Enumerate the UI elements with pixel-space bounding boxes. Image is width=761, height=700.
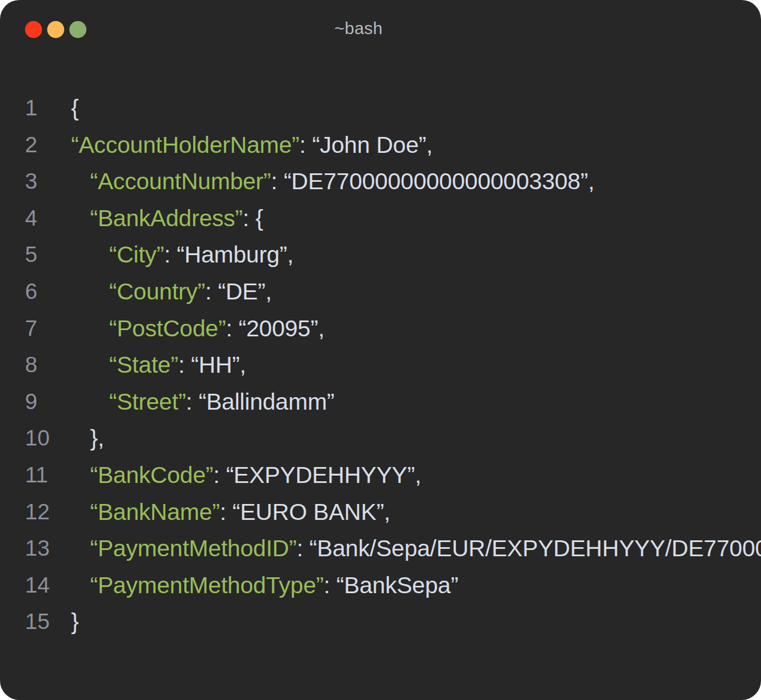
code-text: “PaymentMethodType”: “BankSepa” — [90, 567, 459, 604]
line-number: 8 — [25, 347, 71, 384]
code-line: 7“PostCode”: “20095”, — [0, 310, 761, 347]
line-number: 7 — [25, 310, 71, 347]
json-key: “State” — [109, 352, 178, 378]
code-text: “BankAddress”: { — [90, 200, 263, 237]
code-text: “PostCode”: “20095”, — [109, 310, 325, 347]
line-number: 3 — [25, 163, 71, 200]
line-number: 9 — [25, 384, 71, 420]
json-key: “PaymentMethodType” — [90, 572, 324, 598]
code-text: “AccountHolderName”: “John Doe”, — [71, 127, 433, 164]
code-text: } — [71, 603, 79, 640]
code-text: “Country”: “DE”, — [109, 273, 272, 310]
titlebar: ~bash — [0, 0, 761, 57]
json-value: : “DE”, — [205, 278, 272, 305]
code-text: “BankCode”: “EXPYDEHHYYY”, — [90, 457, 422, 494]
line-number: 11 — [25, 457, 71, 494]
minimize-button[interactable] — [47, 21, 64, 38]
window-controls — [25, 21, 86, 38]
code-line: 10}, — [0, 420, 761, 457]
json-value: } — [71, 609, 79, 635]
code-text: “City”: “Hamburg”, — [109, 236, 293, 273]
code-line: 4“BankAddress”: { — [0, 200, 761, 237]
json-key: “PostCode” — [109, 315, 226, 341]
code-text: “Street”: “Ballindamm” — [109, 384, 335, 420]
line-number: 1 — [25, 90, 71, 127]
json-key: “AccountNumber” — [90, 168, 271, 194]
json-value: : “John Doe”, — [300, 132, 433, 158]
json-key: “BankAddress” — [90, 205, 243, 231]
line-number: 4 — [25, 200, 71, 237]
terminal-output: 1{2“AccountHolderName”: “John Doe”,3“Acc… — [0, 90, 761, 640]
code-line: 15} — [0, 603, 761, 640]
json-value: : { — [243, 205, 263, 231]
json-value: : “DE77000000000000003308”, — [271, 168, 594, 194]
code-line: 9“Street”: “Ballindamm” — [0, 384, 761, 420]
json-value: : “EXPYDEHHYYY”, — [213, 462, 421, 488]
json-value: : “Hamburg”, — [164, 241, 294, 268]
json-key: “BankName” — [90, 499, 220, 525]
line-number: 13 — [25, 530, 71, 567]
code-line: 12“BankName”: “EURO BANK”, — [0, 494, 761, 531]
line-number: 12 — [25, 494, 71, 531]
code-line: 6“Country”: “DE”, — [0, 273, 761, 310]
code-line: 1{ — [0, 90, 761, 127]
json-key: “AccountHolderName” — [71, 132, 300, 158]
code-text: “PaymentMethodID”: “Bank/Sepa/EUR/EXPYDE… — [90, 530, 761, 567]
terminal-window: ~bash 1{2“AccountHolderName”: “John Doe”… — [0, 0, 761, 700]
code-text: “State”: “HH”, — [109, 347, 246, 384]
json-value: }, — [90, 425, 105, 451]
json-key: “City” — [109, 241, 164, 268]
json-value: { — [71, 95, 79, 121]
line-number: 6 — [25, 273, 71, 310]
code-line: 13“PaymentMethodID”: “Bank/Sepa/EUR/EXPY… — [0, 530, 761, 567]
json-value: : “Bank/Sepa/EUR/EXPYDEHHYYY/DE770000 — [297, 535, 761, 561]
code-text: { — [71, 90, 79, 127]
json-key: “Street” — [109, 389, 186, 415]
code-line: 3“AccountNumber”: “DE7700000000000000330… — [0, 163, 761, 200]
line-number: 5 — [25, 236, 71, 273]
code-text: “BankName”: “EURO BANK”, — [90, 494, 390, 531]
json-value: : “Ballindamm” — [186, 389, 334, 415]
code-line: 5“City”: “Hamburg”, — [0, 236, 761, 273]
code-line: 8“State”: “HH”, — [0, 347, 761, 384]
code-line: 14“PaymentMethodType”: “BankSepa” — [0, 567, 761, 604]
json-value: : “HH”, — [178, 352, 246, 378]
close-button[interactable] — [25, 21, 42, 38]
json-key: “BankCode” — [90, 462, 214, 488]
line-number: 15 — [25, 603, 71, 640]
line-number: 2 — [25, 127, 71, 164]
json-value: : “BankSepa” — [323, 572, 458, 598]
window-title: ~bash — [334, 19, 382, 38]
json-value: : “EURO BANK”, — [220, 499, 390, 525]
line-number: 14 — [25, 567, 71, 604]
code-text: “AccountNumber”: “DE77000000000000003308… — [90, 163, 594, 200]
zoom-button[interactable] — [69, 21, 86, 38]
json-value: : “20095”, — [226, 315, 325, 341]
json-key: “Country” — [109, 278, 205, 305]
code-line: 2“AccountHolderName”: “John Doe”, — [0, 127, 761, 164]
line-number: 10 — [25, 420, 71, 457]
json-key: “PaymentMethodID” — [90, 535, 297, 561]
code-text: }, — [90, 420, 105, 457]
code-line: 11“BankCode”: “EXPYDEHHYYY”, — [0, 457, 761, 494]
